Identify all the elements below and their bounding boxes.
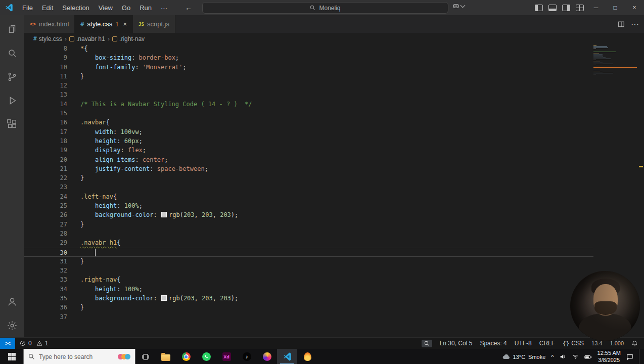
code-text[interactable]: font-family: 'Monserrat';: [67, 63, 187, 72]
editor[interactable]: 8*{9 box-sizing: border-box;10 font-fami…: [24, 44, 644, 337]
code-text[interactable]: background-color: rgb(203, 203, 203);: [67, 294, 238, 303]
menu-go[interactable]: Go: [117, 0, 135, 15]
activity-extensions-icon[interactable]: [0, 112, 24, 136]
tab-style.css[interactable]: #style.css1×: [75, 15, 133, 33]
code-text[interactable]: justify-content: space-between;: [67, 164, 208, 173]
color-swatch[interactable]: [161, 295, 167, 301]
menu-run[interactable]: Run: [135, 0, 156, 15]
encoding-indicator[interactable]: UTF-8: [515, 340, 532, 347]
back-arrow-icon[interactable]: ←: [185, 4, 192, 12]
restore-button[interactable]: □: [606, 0, 625, 15]
remote-indicator[interactable]: ><: [0, 338, 15, 349]
problems-indicator[interactable]: 0 1: [15, 340, 55, 347]
activity-source-control-icon[interactable]: [0, 65, 24, 88]
code-text[interactable]: height: 60px;: [67, 136, 143, 146]
code-text[interactable]: align-items: center;: [67, 155, 168, 164]
tab-index.html[interactable]: <>index.html: [24, 15, 75, 33]
menu-file[interactable]: File: [18, 0, 37, 15]
split-editor-icon[interactable]: [618, 21, 625, 28]
code-text[interactable]: [67, 266, 80, 275]
code-text[interactable]: }: [67, 173, 84, 183]
menu-more[interactable]: ···: [156, 0, 172, 15]
taskbar-search[interactable]: Type here to search: [23, 349, 135, 364]
code-area[interactable]: 8*{9 box-sizing: border-box;10 font-fami…: [24, 44, 593, 322]
code-text[interactable]: }: [67, 257, 84, 266]
activity-settings-icon[interactable]: [0, 313, 24, 337]
customize-layout-icon[interactable]: [576, 5, 584, 11]
taskbar-app-whatsapp[interactable]: [196, 349, 216, 364]
battery-icon[interactable]: [584, 354, 592, 360]
code-text[interactable]: height: 100%;: [67, 285, 143, 294]
code-text[interactable]: }: [67, 220, 84, 229]
code-text[interactable]: *{: [67, 44, 87, 53]
breadcrumb-item[interactable]: .right-nav: [112, 35, 145, 42]
indentation-indicator[interactable]: Spaces: 4: [480, 340, 507, 347]
close-button[interactable]: ×: [625, 0, 644, 15]
taskbar-clock[interactable]: 12:55 AM 3/8/2025: [597, 350, 621, 364]
code-text[interactable]: [67, 81, 80, 90]
eol-indicator[interactable]: CRLF: [539, 340, 555, 347]
taskbar-app-tiktok[interactable]: ♪: [237, 349, 257, 364]
start-button[interactable]: [0, 349, 23, 364]
action-center-icon[interactable]: [626, 353, 633, 360]
breadcrumb-item[interactable]: #style.css: [33, 35, 62, 42]
taskbar-app-flame-app[interactable]: [297, 349, 317, 364]
toggle-sidebar-right-icon[interactable]: [562, 5, 570, 11]
activity-explorer-icon[interactable]: [0, 17, 24, 41]
cursor-position[interactable]: Ln 30, Col 5: [440, 340, 473, 347]
activity-run-debug-icon[interactable]: [0, 88, 24, 112]
taskbar-app-adobe-xd[interactable]: Xd: [216, 349, 237, 364]
copilot-icon[interactable]: [452, 3, 465, 10]
minimap[interactable]: [593, 46, 638, 76]
taskbar-app-file-explorer[interactable]: [156, 349, 176, 364]
code-text[interactable]: [67, 183, 80, 192]
speaker-icon[interactable]: [560, 353, 566, 360]
editor-scrollbar[interactable]: [638, 44, 644, 337]
weather-widget[interactable]: 13°C Smoke: [502, 354, 546, 360]
activity-account-icon[interactable]: [0, 290, 24, 313]
code-text[interactable]: [67, 229, 80, 238]
code-text[interactable]: }: [67, 303, 84, 312]
tab-script.js[interactable]: JSscript.js: [133, 15, 175, 33]
code-text[interactable]: [67, 312, 80, 322]
code-text[interactable]: background-color: rgb(203, 203, 203);: [67, 210, 238, 219]
toggle-panel-icon[interactable]: [548, 5, 557, 11]
code-text[interactable]: [67, 248, 96, 256]
menu-selection[interactable]: Selection: [58, 0, 94, 15]
zoom-indicator[interactable]: [422, 340, 432, 347]
code-text[interactable]: .right-nav{: [67, 275, 120, 284]
taskbar-app-vscode[interactable]: [277, 349, 297, 364]
code-text[interactable]: display: flex;: [67, 146, 146, 155]
wifi-icon[interactable]: [572, 353, 579, 360]
menu-view[interactable]: View: [94, 0, 117, 15]
close-icon[interactable]: ×: [123, 20, 127, 28]
vscode-logo-icon[interactable]: [5, 3, 14, 12]
search-highlights-icon[interactable]: [120, 354, 130, 359]
code-text[interactable]: [67, 90, 80, 99]
more-actions-icon[interactable]: ···: [631, 20, 639, 29]
tray-expand-icon[interactable]: ^: [551, 354, 554, 360]
show-desktop-button[interactable]: [639, 349, 641, 364]
activity-search-icon[interactable]: [0, 41, 24, 65]
color-swatch[interactable]: [161, 212, 167, 217]
css-file-icon: #: [33, 35, 37, 42]
code-text[interactable]: box-sizing: border-box;: [67, 53, 179, 62]
code-text[interactable]: .navbar{: [67, 118, 110, 127]
taskbar-app-task-view[interactable]: [135, 349, 156, 364]
taskbar-app-chrome[interactable]: [176, 349, 196, 364]
code-text[interactable]: }: [67, 72, 84, 81]
minimize-button[interactable]: ─: [586, 0, 606, 15]
breadcrumb-item[interactable]: .navabr h1: [69, 35, 105, 42]
code-text[interactable]: .left-nav{: [67, 192, 117, 201]
code-text[interactable]: [67, 109, 80, 118]
command-center-search[interactable]: Moneliq: [202, 2, 448, 14]
code-text[interactable]: .navabr h1{: [67, 238, 120, 247]
toggle-sidebar-left-icon[interactable]: [535, 5, 543, 11]
language-indicator[interactable]: {} CSS: [563, 340, 584, 347]
code-text[interactable]: width: 100vw;: [67, 127, 143, 136]
menu-edit[interactable]: Edit: [37, 0, 58, 15]
taskbar-app-media-app[interactable]: [257, 349, 277, 364]
code-text[interactable]: height: 100%;: [67, 201, 143, 210]
code-text[interactable]: /* This is a Navbar Styling Code ( 14 - …: [67, 100, 252, 109]
bell-icon[interactable]: [631, 340, 638, 347]
